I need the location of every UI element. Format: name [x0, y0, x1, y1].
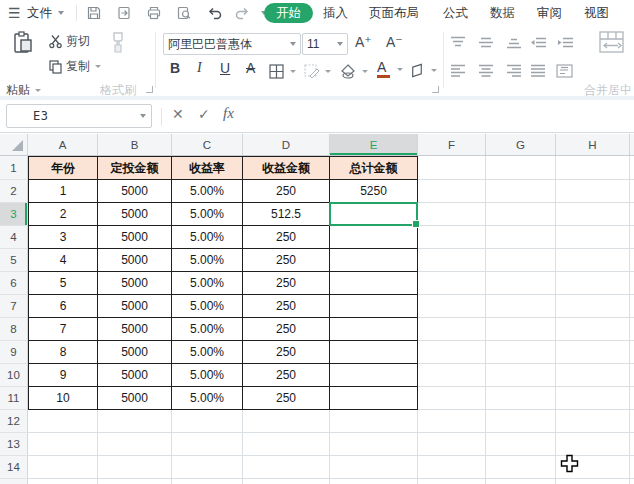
cell-G1[interactable] — [486, 156, 556, 180]
cell-G14[interactable] — [486, 456, 556, 479]
cell-D10[interactable]: 250 — [243, 364, 330, 387]
cell-E7[interactable] — [330, 295, 418, 318]
clipboard-dialog-launcher[interactable] — [146, 86, 153, 93]
cell-C6[interactable]: 5.00% — [172, 272, 243, 295]
align-center-button[interactable] — [478, 64, 494, 77]
column-header-B[interactable]: B — [98, 134, 172, 155]
cell-E12[interactable] — [330, 410, 418, 433]
cell-B1[interactable]: 定投金额 — [98, 156, 172, 180]
column-header-overflow[interactable] — [630, 134, 634, 155]
select-all-corner[interactable] — [0, 134, 28, 155]
file-menu[interactable]: 文件 — [27, 0, 52, 26]
cell-A4[interactable]: 3 — [28, 226, 98, 249]
merge-center-button[interactable] — [598, 30, 625, 55]
font-dialog-launcher[interactable] — [432, 86, 439, 93]
cell-E2[interactable]: 5250 — [330, 180, 418, 203]
cell-C14[interactable] — [172, 456, 243, 479]
cell-H4[interactable] — [556, 226, 630, 249]
align-left-button[interactable] — [450, 64, 466, 77]
cell-B2[interactable]: 5000 — [98, 180, 172, 203]
cell-D1[interactable]: 收益金额 — [243, 156, 330, 180]
cell-B11[interactable]: 5000 — [98, 387, 172, 410]
cell-F7[interactable] — [418, 295, 486, 318]
align-middle-button[interactable] — [478, 36, 494, 49]
cell-G7[interactable] — [486, 295, 556, 318]
cell-C12[interactable] — [172, 410, 243, 433]
print-button[interactable] — [146, 0, 162, 26]
cell-overflow-14[interactable] — [630, 456, 634, 479]
cell-B15[interactable] — [98, 479, 172, 484]
align-bottom-button[interactable] — [506, 36, 522, 49]
cell-A7[interactable]: 6 — [28, 295, 98, 318]
cell-B6[interactable]: 5000 — [98, 272, 172, 295]
cell-overflow-7[interactable] — [630, 295, 634, 318]
cell-overflow-12[interactable] — [630, 410, 634, 433]
justify-button[interactable] — [530, 64, 546, 77]
draw-border-button[interactable] — [303, 63, 331, 80]
cell-H2[interactable] — [556, 180, 630, 203]
undo-button[interactable] — [206, 0, 223, 26]
cell-D5[interactable]: 250 — [243, 249, 330, 272]
tab-review[interactable]: 审阅 — [537, 0, 562, 26]
cell-F14[interactable] — [418, 456, 486, 479]
row-header-11[interactable]: 11 — [0, 387, 28, 410]
column-header-G[interactable]: G — [486, 134, 556, 155]
cell-overflow-6[interactable] — [630, 272, 634, 295]
cell-H12[interactable] — [556, 410, 630, 433]
cell-F4[interactable] — [418, 226, 486, 249]
print-preview-button[interactable] — [176, 0, 192, 26]
cell-G8[interactable] — [486, 318, 556, 341]
cell-overflow-8[interactable] — [630, 318, 634, 341]
row-header-14[interactable]: 14 — [0, 456, 28, 479]
cell-H15[interactable] — [556, 479, 630, 484]
cell-F1[interactable] — [418, 156, 486, 180]
cell-B10[interactable]: 5000 — [98, 364, 172, 387]
row-header-10[interactable]: 10 — [0, 364, 28, 387]
cell-A3[interactable]: 2 — [28, 203, 98, 226]
cell-C5[interactable]: 5.00% — [172, 249, 243, 272]
cell-E4[interactable] — [330, 226, 418, 249]
row-header-1[interactable]: 1 — [0, 156, 28, 180]
cell-E13[interactable] — [330, 433, 418, 456]
row-header-6[interactable]: 6 — [0, 272, 28, 295]
cell-D14[interactable] — [243, 456, 330, 479]
cell-H3[interactable] — [556, 203, 630, 226]
cell-G6[interactable] — [486, 272, 556, 295]
cell-G13[interactable] — [486, 433, 556, 456]
cell-H13[interactable] — [556, 433, 630, 456]
cell-D9[interactable]: 250 — [243, 341, 330, 364]
cell-F10[interactable] — [418, 364, 486, 387]
cell-A15[interactable] — [28, 479, 98, 484]
tab-formulas[interactable]: 公式 — [443, 0, 468, 26]
cell-D15[interactable] — [243, 479, 330, 484]
row-header-4[interactable]: 4 — [0, 226, 28, 249]
row-header-3[interactable]: 3 — [0, 203, 28, 226]
align-top-button[interactable] — [450, 36, 466, 49]
cell-C4[interactable]: 5.00% — [172, 226, 243, 249]
cell-G4[interactable] — [486, 226, 556, 249]
cell-C2[interactable]: 5.00% — [172, 180, 243, 203]
decrease-indent-button[interactable] — [530, 36, 547, 49]
cell-F15[interactable] — [418, 479, 486, 484]
cell-D13[interactable] — [243, 433, 330, 456]
cell-overflow-10[interactable] — [630, 364, 634, 387]
cell-B8[interactable]: 5000 — [98, 318, 172, 341]
cell-E15[interactable] — [330, 479, 418, 484]
save-button[interactable] — [86, 0, 102, 26]
export-button[interactable] — [116, 0, 132, 26]
cell-F12[interactable] — [418, 410, 486, 433]
cell-B3[interactable]: 5000 — [98, 203, 172, 226]
cell-H7[interactable] — [556, 295, 630, 318]
row-header-5[interactable]: 5 — [0, 249, 28, 272]
cell-H6[interactable] — [556, 272, 630, 295]
cell-A2[interactable]: 1 — [28, 180, 98, 203]
cell-A1[interactable]: 年份 — [28, 156, 98, 180]
cell-A14[interactable] — [28, 456, 98, 479]
cell-C9[interactable]: 5.00% — [172, 341, 243, 364]
cell-G9[interactable] — [486, 341, 556, 364]
tab-insert[interactable]: 插入 — [323, 0, 348, 26]
column-header-C[interactable]: C — [172, 134, 243, 155]
cell-G10[interactable] — [486, 364, 556, 387]
tab-home[interactable]: 开始 — [264, 3, 313, 23]
cell-E8[interactable] — [330, 318, 418, 341]
